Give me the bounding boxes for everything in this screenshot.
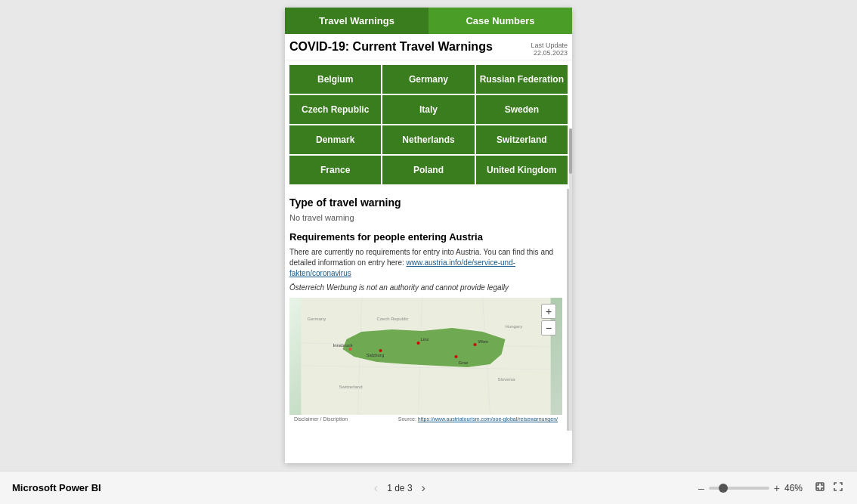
fit-page-button[interactable]: [813, 480, 827, 496]
map-container: Wien Salzburg Innsbruck Graz Linz German…: [289, 298, 562, 415]
map-zoom-minus-button[interactable]: −: [541, 320, 556, 335]
country-cell-sweden[interactable]: Sweden: [476, 95, 568, 124]
warning-type-heading: Type of travel warning: [289, 196, 562, 209]
content-section: Type of travel warning No travel warning…: [285, 189, 569, 431]
tabs-row: Travel Warnings Case Numbers: [285, 8, 572, 34]
svg-text:Salzburg: Salzburg: [367, 353, 385, 357]
page-prev-button[interactable]: ‹: [371, 480, 381, 496]
report-page: Travel Warnings Case Numbers COVID-19: C…: [285, 8, 572, 463]
map-svg: Wien Salzburg Innsbruck Graz Linz German…: [289, 298, 562, 415]
svg-point-9: [349, 348, 352, 351]
bottom-toolbar: Microsoft Power BI ‹ 1 de 3 › – + 46%: [0, 471, 857, 504]
scroll-indicator[interactable]: [569, 128, 572, 431]
last-update: Last Update 22.05.2023: [531, 42, 568, 57]
tab-case-numbers[interactable]: Case Numbers: [428, 8, 572, 34]
tab-travel-warnings[interactable]: Travel Warnings: [285, 8, 428, 34]
country-cell-united-kingdom[interactable]: United Kingdom: [476, 156, 568, 184]
page-nav: ‹ 1 de 3 ›: [371, 480, 428, 496]
zoom-level: 46%: [784, 483, 809, 493]
country-cell-netherlands[interactable]: Netherlands: [382, 125, 474, 154]
disclaimer-text: Disclaimer / Discription: [294, 416, 348, 422]
disclaimer-italic: Österreich Werbung is not an authority a…: [289, 283, 562, 292]
country-cell-italy[interactable]: Italy: [382, 95, 474, 124]
svg-text:Switzerland: Switzerland: [339, 385, 363, 389]
country-cell-czech-republic[interactable]: Czech Republic: [289, 95, 381, 124]
scroll-thumb: [569, 128, 572, 174]
svg-text:Hungary: Hungary: [506, 324, 523, 329]
country-grid: Belgium Germany Russian Federation Czech…: [285, 60, 572, 189]
svg-point-8: [379, 349, 382, 352]
fullscreen-button[interactable]: [831, 480, 845, 496]
zoom-plus-button[interactable]: +: [774, 482, 780, 494]
svg-text:Graz: Graz: [459, 360, 469, 365]
powerbi-brand-label: Microsoft Power BI: [12, 482, 101, 493]
zoom-minus-button[interactable]: –: [698, 482, 704, 494]
country-cell-belgium[interactable]: Belgium: [289, 65, 381, 94]
report-area: Travel Warnings Case Numbers COVID-19: C…: [0, 0, 857, 471]
svg-rect-22: [816, 483, 824, 490]
warning-type-value: No travel warning: [289, 213, 562, 222]
map-zoom-plus-button[interactable]: +: [541, 304, 556, 319]
country-cell-france[interactable]: France: [289, 156, 381, 184]
page-indicator: 1 de 3: [387, 483, 412, 493]
page-next-button[interactable]: ›: [419, 480, 428, 496]
country-cell-denmark[interactable]: Denmark: [289, 125, 381, 154]
zoom-slider[interactable]: [709, 487, 769, 490]
main-content: Travel Warnings Case Numbers COVID-19: C…: [0, 0, 857, 504]
report-title: COVID-19: Current Travel Warnings: [289, 40, 524, 54]
country-cell-poland[interactable]: Poland: [382, 156, 474, 184]
svg-text:Wien: Wien: [478, 339, 489, 344]
country-cell-russian-federation[interactable]: Russian Federation: [476, 65, 568, 94]
svg-text:Linz: Linz: [421, 337, 429, 342]
zoom-controls: – + 46%: [698, 480, 845, 496]
svg-point-10: [455, 355, 458, 358]
source-link[interactable]: https://www.austriatourism.com/ooe-globa…: [418, 416, 558, 422]
svg-text:Czech Republic: Czech Republic: [377, 317, 409, 321]
requirements-heading: Requirements for people entering Austria: [289, 231, 562, 243]
map-background: Wien Salzburg Innsbruck Graz Linz German…: [289, 298, 562, 415]
svg-text:Slovenia: Slovenia: [498, 377, 516, 382]
source-text: Source: https://www.austriatourism.com/o…: [398, 416, 558, 422]
svg-point-11: [417, 342, 420, 345]
svg-text:Germany: Germany: [308, 317, 326, 321]
country-cell-switzerland[interactable]: Switzerland: [476, 125, 568, 154]
disclaimer-row: Disclaimer / Discription Source: https:/…: [289, 415, 562, 423]
powerbi-brand-link[interactable]: Microsoft Power BI: [12, 482, 101, 493]
requirements-text: There are currently no requirements for …: [289, 247, 562, 279]
country-cell-germany[interactable]: Germany: [382, 65, 474, 94]
title-area: COVID-19: Current Travel Warnings Last U…: [285, 34, 572, 60]
svg-point-7: [474, 343, 477, 346]
svg-text:Innsbruck: Innsbruck: [333, 343, 354, 348]
